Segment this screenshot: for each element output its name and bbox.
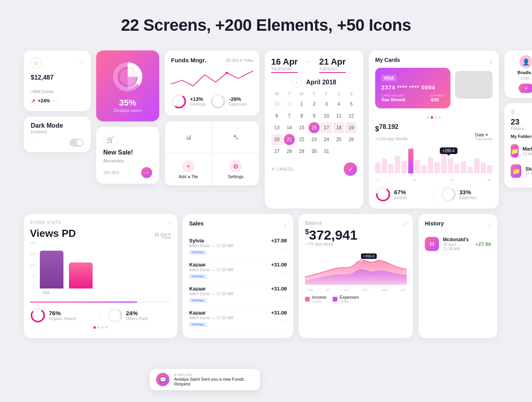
store-dot2[interactable] bbox=[97, 326, 100, 329]
sales-dots-2[interactable]: ··· bbox=[281, 294, 287, 301]
store-dot3[interactable] bbox=[101, 326, 104, 329]
bar-x-label-oct: Oct bbox=[43, 290, 171, 295]
balance-x-labels: 2/28 3/7 3/14 3/21 3/28 4/7 bbox=[305, 288, 407, 292]
bar-item bbox=[467, 167, 473, 174]
cal-day[interactable]: 25 bbox=[333, 134, 344, 145]
balance2-more-icon[interactable]: // bbox=[404, 221, 407, 227]
folder-item2[interactable]: 📁 Shared 27 Items bbox=[511, 161, 532, 181]
new-sale-arrow[interactable]: → bbox=[141, 167, 152, 178]
dot3[interactable] bbox=[435, 116, 437, 119]
cal-from-day: 16 Apr bbox=[271, 57, 298, 67]
cal-day[interactable]: 24 bbox=[321, 134, 332, 145]
cal-cancel-btn[interactable]: ✕ CANCEL bbox=[271, 167, 294, 172]
dot2-active[interactable] bbox=[431, 116, 433, 119]
cal-prev-btn[interactable]: ‹ bbox=[292, 78, 301, 87]
bar-item bbox=[474, 158, 480, 174]
cal-day[interactable]: 29 bbox=[296, 146, 307, 157]
profile-action-btn[interactable]: + bbox=[519, 84, 532, 93]
cal-day[interactable]: 22 bbox=[296, 134, 307, 145]
expenses-legend: Expenses -2.5% bbox=[333, 295, 359, 303]
x-label: 3/14 bbox=[343, 288, 350, 292]
cal-day[interactable]: 5 bbox=[346, 99, 357, 110]
dot4[interactable] bbox=[439, 116, 441, 119]
cal-day[interactable]: 4 bbox=[333, 99, 344, 110]
expenses-legend-dot bbox=[333, 297, 337, 302]
folder-item[interactable]: 📁 Marketing 13 Items bbox=[511, 141, 532, 161]
income-circle bbox=[375, 186, 391, 202]
folders-card: ☰ 23 Folders My Folders 📁 Marketing 13 I… bbox=[504, 103, 532, 188]
more-icon[interactable]: ⋯ bbox=[78, 60, 84, 66]
cal-day[interactable]: 30 bbox=[272, 99, 283, 110]
cal-day[interactable]: 23 bbox=[309, 134, 320, 145]
cal-day[interactable]: 31 bbox=[321, 146, 332, 157]
sales-more-icon[interactable]: // bbox=[284, 223, 287, 229]
cal-day[interactable]: 17 bbox=[321, 122, 332, 133]
cal-day[interactable]: 1 bbox=[296, 99, 307, 110]
menu-icon: ☰ bbox=[511, 110, 515, 115]
store-bars bbox=[40, 241, 171, 288]
tile-settings[interactable]: ⚙ Settings bbox=[212, 153, 259, 186]
cal-dow-s: S bbox=[333, 90, 344, 98]
funds-manager-card: Funds Mngr. 26 Oct ∨ Today bbox=[165, 50, 259, 115]
store-dot4[interactable] bbox=[105, 326, 108, 329]
cal-day[interactable]: 19 bbox=[346, 122, 357, 133]
cal-day[interactable]: 2 bbox=[309, 99, 320, 110]
tile-add[interactable]: + Add a Tile bbox=[165, 153, 212, 186]
cal-day-selected[interactable]: 16 bbox=[309, 122, 320, 133]
sales-dots-0[interactable]: ··· bbox=[281, 246, 287, 253]
cal-day[interactable]: 11 bbox=[333, 110, 344, 121]
cal-day[interactable]: 31 bbox=[284, 99, 295, 110]
cal-day[interactable]: 27 bbox=[272, 146, 283, 157]
sales-sub-3: Aillen Durss — 11:30 AM bbox=[189, 316, 233, 320]
cal-day[interactable]: 12 bbox=[346, 110, 357, 121]
bar-item bbox=[388, 164, 394, 174]
cal-day[interactable]: 8 bbox=[296, 110, 307, 121]
store-more-icon[interactable]: // bbox=[168, 220, 171, 226]
more-icon[interactable]: // bbox=[490, 60, 493, 65]
expenses-label2: Expenses bbox=[459, 195, 477, 200]
history-more-icon[interactable]: // bbox=[488, 223, 491, 229]
visa-label: VISA bbox=[381, 75, 396, 81]
new-sale-name: Alexandria bbox=[103, 158, 152, 163]
cal-day[interactable]: 6 bbox=[272, 110, 283, 121]
cal-day[interactable]: 28 bbox=[284, 146, 295, 157]
balance-legend: Income +11% Expenses -2.5% bbox=[305, 295, 407, 303]
folder-icon: 📁 bbox=[511, 144, 519, 158]
sales-dots-1[interactable]: ··· bbox=[281, 270, 287, 277]
placeholder-icon2: 🔧 bbox=[233, 134, 239, 140]
income-legend-sub: +11% bbox=[312, 300, 326, 303]
x-label: 4/7 bbox=[401, 288, 405, 292]
profile-avatar: 👤 bbox=[519, 55, 532, 69]
cal-confirm-btn[interactable]: ✓ bbox=[344, 162, 357, 176]
growth-dots[interactable]: ··· bbox=[52, 98, 58, 104]
cal-day[interactable]: 30 bbox=[309, 146, 320, 157]
dark-mode-toggle[interactable] bbox=[69, 139, 84, 147]
dark-mode-dots[interactable]: ··· bbox=[31, 140, 35, 146]
visa-card: VISA 2374 **** **** 0094 CARD HOLDER Rae… bbox=[375, 68, 450, 108]
cal-day[interactable]: 7 bbox=[284, 110, 295, 121]
tiles-card: 📊 🔧 + Add a Tile ⚙ Settings bbox=[165, 121, 259, 186]
cal-day[interactable]: 9 bbox=[309, 110, 320, 121]
profile-role: Chief... bbox=[521, 76, 532, 80]
cal-day[interactable]: 20 bbox=[272, 134, 283, 145]
cal-day[interactable]: 26 bbox=[346, 134, 357, 145]
cal-day-selected[interactable]: 21 bbox=[284, 134, 295, 145]
cal-day[interactable]: 13 bbox=[272, 122, 283, 133]
x-label: 5 bbox=[377, 178, 378, 182]
date-filter[interactable]: Date ∨ bbox=[475, 132, 493, 137]
tile-empty1[interactable]: 📊 bbox=[165, 121, 212, 153]
cal-day[interactable]: 14 bbox=[284, 122, 295, 133]
settings-icon: ⚙ bbox=[229, 160, 242, 173]
others-item: 24% Others Parts bbox=[107, 307, 171, 323]
tile-empty2[interactable]: 🔧 bbox=[212, 121, 259, 153]
cal-day[interactable]: 3 bbox=[321, 99, 332, 110]
store-dot1[interactable] bbox=[93, 326, 96, 329]
cal-day[interactable]: 10 bbox=[321, 110, 332, 121]
dot1[interactable] bbox=[427, 116, 429, 119]
sales-dots-3[interactable]: ··· bbox=[281, 318, 287, 325]
placeholder-icon: 📊 bbox=[186, 134, 192, 140]
bar-item bbox=[487, 165, 493, 173]
page-title: 22 Screens, +200 Elements, +50 Icons bbox=[0, 0, 532, 47]
cal-day[interactable]: 15 bbox=[296, 122, 307, 133]
cal-day[interactable]: 18 bbox=[333, 122, 344, 133]
